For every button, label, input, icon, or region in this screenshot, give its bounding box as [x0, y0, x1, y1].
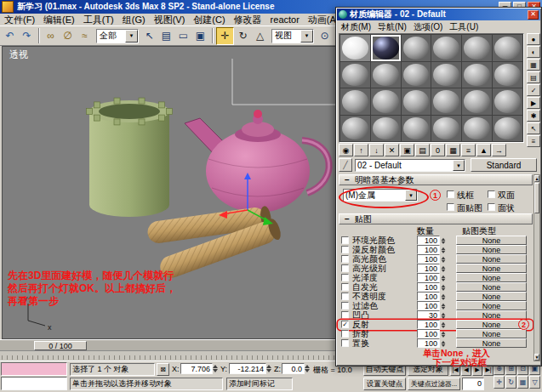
- undo-button[interactable]: ↶: [2, 28, 18, 44]
- selection-filter-dropdown[interactable]: 全部▼: [96, 29, 139, 43]
- map-amount-spinner[interactable]: [442, 331, 446, 338]
- map-none-button[interactable]: None: [456, 264, 527, 273]
- map-enable-checkbox[interactable]: ✓: [341, 321, 349, 328]
- show-end-result-button[interactable]: ≡: [461, 144, 476, 156]
- map-enable-checkbox[interactable]: [341, 330, 349, 338]
- map-enable-checkbox[interactable]: [341, 274, 349, 281]
- map-amount-spinner[interactable]: [442, 303, 446, 310]
- map-enable-checkbox[interactable]: [341, 283, 349, 291]
- sample-slot-9[interactable]: [402, 62, 431, 88]
- select-by-material-button[interactable]: ↖: [527, 122, 540, 134]
- show-map-in-viewport-button[interactable]: ▦: [446, 144, 460, 156]
- pick-material-button[interactable]: ╱: [339, 158, 352, 172]
- put-to-library-button[interactable]: ▤: [415, 144, 430, 156]
- put-material-to-scene-button[interactable]: ↑: [354, 144, 368, 156]
- viewport-label[interactable]: 透视: [9, 48, 28, 61]
- unlink-selection-button[interactable]: ∅: [60, 28, 76, 44]
- rollout-shader-basic[interactable]: − 明暗器基本参数: [339, 174, 533, 185]
- map-amount-field[interactable]: 100: [417, 329, 440, 338]
- material-name-dropdown[interactable]: 02 - Default ▼: [355, 159, 465, 172]
- parameters-scrollbar[interactable]: ▲ ▼: [533, 174, 540, 361]
- map-enable-checkbox[interactable]: [341, 293, 349, 300]
- map-none-button[interactable]: None: [456, 236, 527, 245]
- map-amount-spinner[interactable]: [442, 312, 446, 319]
- material-type-button[interactable]: Standard: [471, 158, 537, 172]
- key-filters-button[interactable]: 关键点过滤器...: [408, 378, 460, 390]
- two-sided-checkbox[interactable]: [488, 190, 495, 198]
- map-amount-field[interactable]: 100: [417, 338, 440, 348]
- map-none-button[interactable]: None: [456, 273, 527, 282]
- time-slider[interactable]: 0 / 100: [34, 341, 87, 350]
- sample-slot-22[interactable]: [431, 116, 461, 142]
- current-frame-field[interactable]: 0: [462, 378, 484, 390]
- map-none-button[interactable]: None: [456, 310, 527, 320]
- sample-type-button[interactable]: ●: [527, 33, 540, 45]
- sample-slot-7[interactable]: [340, 62, 370, 88]
- material-id-channel-button[interactable]: 0: [431, 144, 445, 156]
- maxscript-mini-listener-pink[interactable]: [1, 362, 67, 376]
- use-pivot-center-button[interactable]: ⊙: [317, 28, 333, 44]
- map-amount-field[interactable]: 100: [417, 292, 440, 301]
- map-amount-field[interactable]: 30: [417, 310, 440, 320]
- map-none-button[interactable]: None: [456, 245, 527, 254]
- window-crossing-button[interactable]: ▣: [192, 28, 208, 44]
- shader-type-dropdown[interactable]: (M)金属 ▼: [343, 189, 418, 202]
- menu-item-1[interactable]: 文件(F): [0, 14, 39, 26]
- sample-slot-2[interactable]: [371, 35, 401, 61]
- select-and-link-button[interactable]: ∞: [43, 28, 59, 44]
- reset-map-button[interactable]: ✕: [385, 144, 399, 156]
- x-coordinate-field[interactable]: 7.706: [180, 363, 213, 374]
- map-none-button[interactable]: None: [456, 329, 527, 338]
- z-coordinate-field[interactable]: 0.0: [282, 363, 305, 374]
- assign-material-button[interactable]: ↓: [369, 144, 384, 156]
- rectangular-region-button[interactable]: ▭: [175, 28, 191, 44]
- sample-slot-13[interactable]: [340, 88, 370, 115]
- arc-rotate-button[interactable]: ↻: [505, 376, 516, 389]
- mat-menu-item-2[interactable]: 导航(N): [374, 21, 410, 33]
- sample-slot-20[interactable]: [371, 116, 401, 142]
- make-unique-button[interactable]: ▣: [400, 144, 414, 156]
- select-by-name-button[interactable]: ▤: [158, 28, 174, 44]
- map-amount-spinner[interactable]: [442, 237, 446, 244]
- sample-tiling-button[interactable]: ▤: [527, 71, 540, 83]
- scroll-up-icon[interactable]: ▲: [534, 175, 539, 182]
- map-amount-field[interactable]: 100: [417, 273, 440, 282]
- map-none-button[interactable]: None: [456, 292, 527, 301]
- map-enable-checkbox[interactable]: [341, 255, 349, 263]
- selection-lock-toggle[interactable]: ⊠: [157, 363, 169, 376]
- backlight-button[interactable]: ◐: [527, 46, 540, 58]
- map-amount-spinner[interactable]: [442, 256, 446, 263]
- select-and-scale-button[interactable]: △: [252, 28, 268, 44]
- get-material-button[interactable]: ◉: [339, 144, 353, 156]
- go-to-parent-button[interactable]: ▲: [476, 144, 491, 156]
- cylinder-object[interactable]: [87, 98, 173, 217]
- menu-item-8[interactable]: reactor: [266, 14, 304, 25]
- y-spinner[interactable]: [266, 363, 271, 374]
- map-none-button[interactable]: None: [456, 282, 527, 292]
- maxscript-mini-listener-white[interactable]: [1, 377, 67, 390]
- map-amount-spinner[interactable]: [442, 275, 446, 281]
- make-preview-button[interactable]: ▶: [527, 97, 540, 109]
- redo-button[interactable]: ↷: [19, 28, 35, 44]
- map-none-button[interactable]: None: [456, 301, 527, 310]
- map-amount-spinner[interactable]: [442, 340, 446, 347]
- reference-coordinate-dropdown[interactable]: 视图▼: [271, 29, 314, 43]
- z-spinner[interactable]: [305, 363, 310, 374]
- rollout-maps[interactable]: − 贴图: [339, 213, 533, 224]
- map-amount-field[interactable]: 100: [417, 236, 440, 245]
- material-editor-titlebar[interactable]: 材质编辑器 - 02 - Default ✕: [337, 9, 540, 20]
- map-amount-spinner[interactable]: [442, 293, 446, 300]
- background-button[interactable]: ▦: [527, 59, 540, 71]
- sample-slot-6[interactable]: [493, 35, 522, 61]
- select-and-rotate-button[interactable]: ↻: [235, 28, 251, 44]
- map-amount-field[interactable]: 100: [417, 245, 440, 254]
- sample-slot-3[interactable]: [402, 35, 431, 61]
- map-enable-checkbox[interactable]: [341, 236, 349, 244]
- map-enable-checkbox[interactable]: [341, 311, 349, 319]
- sample-slot-11[interactable]: [462, 62, 492, 88]
- sample-slot-24[interactable]: [493, 116, 522, 142]
- select-and-move-button[interactable]: ✛: [216, 27, 234, 45]
- map-none-button[interactable]: None: [456, 254, 527, 264]
- sample-slot-5[interactable]: [462, 35, 492, 61]
- map-amount-field[interactable]: 100: [417, 320, 440, 329]
